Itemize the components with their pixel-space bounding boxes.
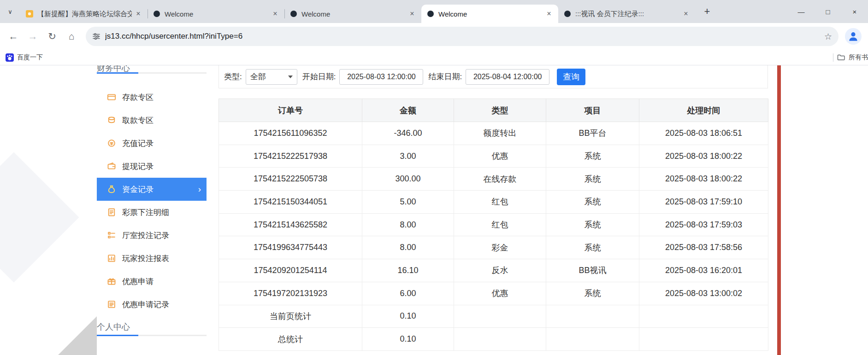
sidebar-item-lottery-detail[interactable]: 彩票下注明细	[97, 201, 207, 224]
table-cell: 16.10	[362, 259, 454, 282]
tab-4-active[interactable]: Welcome ×	[421, 5, 558, 23]
sidebar-item-funds-record[interactable]: 资金记录 ›	[97, 178, 207, 201]
hall-bet-record-icon	[107, 231, 116, 240]
table-cell: 8.00	[362, 213, 454, 236]
table-cell: 2025-08-03 13:00:02	[639, 282, 768, 305]
promo-record-icon	[107, 300, 116, 309]
sidebar-item-deposit[interactable]: 存款专区	[97, 86, 207, 109]
table-cell: 3.00	[362, 145, 454, 168]
sidebar-item-cashout-record[interactable]: 提现记录	[97, 155, 207, 178]
address-bar[interactable]: js13.cc/hhcp/usercenter.html?iniType=6 ☆	[86, 27, 838, 46]
table-cell	[639, 305, 768, 328]
start-date-label: 开始日期:	[302, 71, 336, 82]
browser-toolbar: ← → ↻ ⌂ js13.cc/hhcp/usercenter.html?ini…	[0, 23, 868, 50]
tab-close-icon[interactable]: ×	[408, 10, 416, 17]
table-row: 17541996347754438.00彩金系统2025-08-03 17:58…	[219, 236, 768, 259]
bookmark-star-icon[interactable]: ☆	[824, 31, 832, 42]
table-cell: 300.00	[362, 168, 454, 191]
tab-1[interactable]: 【新提醒】海燕策略论坛综合交 ×	[20, 5, 148, 23]
table-cell: 1754215150344051	[219, 191, 362, 214]
reload-icon[interactable]: ↻	[42, 27, 62, 46]
sidebar-item-label: 彩票下注明细	[122, 207, 169, 218]
site-favicon	[564, 10, 571, 17]
url-text[interactable]: js13.cc/hhcp/usercenter.html?iniType=6	[105, 32, 242, 41]
tab-search-chevron-icon[interactable]: ∨	[0, 0, 20, 23]
main-panel: 类型: 全部 开始日期: 结束日期: 查询 订单号金额类型项目处理时间 1754…	[218, 65, 768, 355]
table-cell: 优惠	[454, 282, 546, 305]
table-cell: 1754197202131923	[219, 282, 362, 305]
tab-title: Welcome	[301, 10, 406, 18]
maximize-button[interactable]: □	[815, 0, 841, 23]
window-controls: — □ ×	[788, 0, 868, 23]
table-header-cell: 类型	[454, 99, 546, 122]
back-icon[interactable]: ←	[4, 27, 23, 46]
table-cell: 0.10	[362, 328, 454, 351]
table-header-cell: 处理时间	[639, 99, 768, 122]
home-icon[interactable]: ⌂	[62, 27, 81, 46]
tab-2[interactable]: Welcome ×	[148, 5, 284, 23]
table-row: 175420920125411416.10反水BB视讯2025-08-03 16…	[219, 259, 768, 282]
table-cell: 当前页统计	[219, 305, 362, 328]
tab-3[interactable]: Welcome ×	[284, 5, 421, 23]
table-header-cell: 金额	[362, 99, 454, 122]
table-cell: 2025-08-03 18:00:22	[639, 145, 768, 168]
table-cell: -346.00	[362, 122, 454, 145]
table-cell: 2025-08-03 16:20:01	[639, 259, 768, 282]
table-cell: 额度转出	[454, 122, 546, 145]
sidebar-item-label: 优惠申请记录	[122, 299, 169, 310]
tab-close-icon[interactable]: ×	[135, 10, 142, 17]
tab-close-icon[interactable]: ×	[545, 10, 553, 17]
withdraw-icon	[107, 116, 116, 125]
type-label: 类型:	[224, 71, 242, 82]
sidebar-item-promo-record[interactable]: 优惠申请记录	[97, 293, 207, 316]
tab-close-icon[interactable]: ×	[682, 10, 690, 17]
table-cell: 8.00	[362, 236, 454, 259]
sidebar-section-personal: 个人中心	[97, 321, 130, 332]
minimize-button[interactable]: —	[788, 0, 815, 23]
table-cell: 2025-08-03 18:00:22	[639, 168, 768, 191]
all-bookmarks[interactable]: 所有书	[829, 53, 868, 62]
end-date-input[interactable]	[466, 69, 549, 85]
table-cell: 在线存款	[454, 168, 546, 191]
table-cell: 系统	[546, 145, 639, 168]
table-cell	[639, 328, 768, 351]
filter-bar: 类型: 全部 开始日期: 结束日期: 查询	[218, 65, 768, 88]
start-date-input[interactable]	[339, 69, 423, 85]
close-window-button[interactable]: ×	[841, 0, 868, 23]
table-cell: 2025-08-03 18:06:51	[639, 122, 768, 145]
sidebar-item-recharge-record[interactable]: 充值记录	[97, 132, 207, 155]
table-row: 17541972021319236.00优惠系统2025-08-03 13:00…	[219, 282, 768, 305]
table-cell	[546, 305, 639, 328]
type-select[interactable]: 全部	[246, 69, 297, 85]
sidebar-item-withdraw[interactable]: 取款专区	[97, 109, 207, 132]
tab-close-icon[interactable]: ×	[272, 10, 279, 17]
table-cell: 系统	[546, 236, 639, 259]
profile-avatar[interactable]	[845, 28, 862, 45]
table-row: 1754215611096352-346.00额度转出BB平台2025-08-0…	[219, 122, 768, 145]
table-cell: 总统计	[219, 328, 362, 351]
query-button[interactable]: 查询	[557, 69, 585, 85]
bookmark-baidu[interactable]: 百度一下	[6, 53, 43, 62]
site-favicon	[427, 10, 434, 17]
site-info-icon[interactable]	[92, 32, 100, 41]
sidebar-item-promo-apply[interactable]: 优惠申请	[97, 270, 207, 293]
table-row: 17542151436255828.00红包系统2025-08-03 17:59…	[219, 213, 768, 236]
sidebar-item-hall-bet-record[interactable]: 厅室投注记录	[97, 224, 207, 247]
baidu-favicon	[6, 53, 14, 62]
forward-icon[interactable]: →	[23, 27, 42, 46]
page-scrollbar[interactable]	[777, 65, 781, 355]
background-diamond-decoration	[0, 152, 79, 283]
table-cell: BB平台	[546, 122, 639, 145]
table-cell: 反水	[454, 259, 546, 282]
site-favicon	[153, 10, 160, 17]
table-cell: 优惠	[454, 145, 546, 168]
table-cell: 彩金	[454, 236, 546, 259]
table-cell: 系统	[546, 191, 639, 214]
bookmarks-divider	[833, 53, 833, 62]
sidebar-item-player-report[interactable]: 玩家投注报表	[97, 247, 207, 270]
table-cell: 红包	[454, 191, 546, 214]
tab-5[interactable]: :::视讯 会员下注纪录::: ×	[558, 5, 695, 23]
new-tab-button[interactable]: +	[698, 2, 716, 21]
table-cell: 1754199634775443	[219, 236, 362, 259]
table-cell: 2025-08-03 17:59:03	[639, 213, 768, 236]
